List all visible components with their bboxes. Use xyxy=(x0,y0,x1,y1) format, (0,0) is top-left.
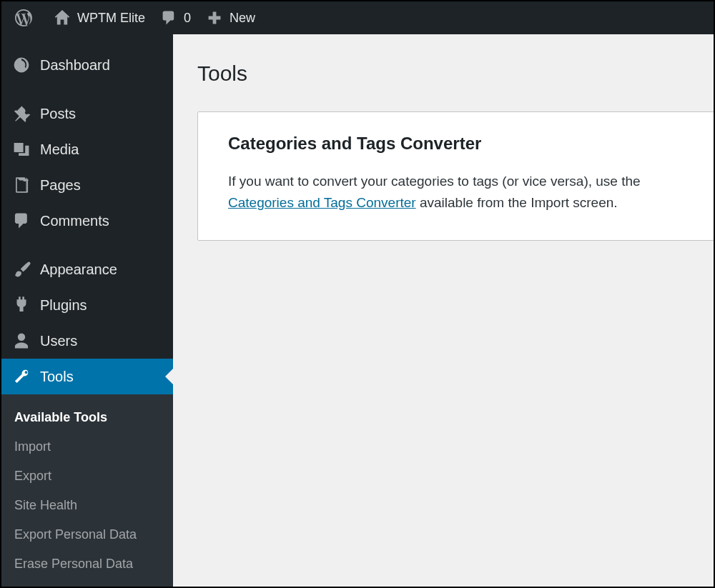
submenu-item-erase-personal-data[interactable]: Erase Personal Data xyxy=(1,549,173,579)
comments-icon xyxy=(159,9,178,27)
sidebar-item-tools[interactable]: Tools xyxy=(1,359,173,394)
sidebar-item-label: Dashboard xyxy=(40,57,110,74)
dashboard-icon xyxy=(11,55,31,75)
wordpress-logo-menu[interactable] xyxy=(7,1,46,34)
pin-icon xyxy=(11,104,31,124)
page-title: Tools xyxy=(197,61,714,86)
sidebar-item-label: Users xyxy=(40,333,77,349)
wordpress-logo-icon xyxy=(14,9,33,27)
submenu-item-import[interactable]: Import xyxy=(1,432,173,462)
sidebar-item-label: Pages xyxy=(40,177,81,194)
sidebar-item-pages[interactable]: Pages xyxy=(1,167,173,203)
submenu-item-export[interactable]: Export xyxy=(1,462,173,491)
new-content-label: New xyxy=(230,11,255,26)
card-text-after: available from the Import screen. xyxy=(416,195,618,210)
categories-tags-converter-link[interactable]: Categories and Tags Converter xyxy=(228,195,416,210)
new-content-menu[interactable]: New xyxy=(198,1,262,34)
sidebar-item-media[interactable]: Media xyxy=(1,131,173,167)
admin-sidebar: Dashboard Posts Media Pages Comments App… xyxy=(1,34,173,587)
card-description: If you want to convert your categories t… xyxy=(228,171,686,214)
pages-icon xyxy=(11,175,31,195)
sidebar-item-appearance[interactable]: Appearance xyxy=(1,251,173,287)
converter-card: Categories and Tags Converter If you wan… xyxy=(197,111,714,241)
sidebar-item-label: Comments xyxy=(40,213,109,229)
submenu-item-site-health[interactable]: Site Health xyxy=(1,491,173,520)
sidebar-item-posts[interactable]: Posts xyxy=(1,96,173,131)
media-icon xyxy=(11,139,31,159)
site-name-menu[interactable]: WPTM Elite xyxy=(46,1,152,34)
main-content: Tools Categories and Tags Converter If y… xyxy=(173,34,714,587)
sidebar-item-label: Tools xyxy=(40,369,74,385)
brush-icon xyxy=(11,259,31,279)
sidebar-item-label: Posts xyxy=(40,106,76,122)
home-icon xyxy=(53,9,72,27)
plus-icon xyxy=(205,9,224,27)
card-heading: Categories and Tags Converter xyxy=(228,134,686,154)
admin-toolbar: WPTM Elite 0 New xyxy=(1,1,714,34)
card-text-before: If you want to convert your categories t… xyxy=(228,174,641,189)
plug-icon xyxy=(11,295,31,315)
tools-submenu: Available Tools Import Export Site Healt… xyxy=(1,394,173,588)
wrench-icon xyxy=(11,367,31,387)
comments-count: 0 xyxy=(184,11,191,26)
comments-menu-icon xyxy=(11,211,31,231)
sidebar-item-label: Appearance xyxy=(40,261,117,278)
comments-menu[interactable]: 0 xyxy=(152,1,198,34)
user-icon xyxy=(11,331,31,351)
sidebar-item-comments[interactable]: Comments xyxy=(1,203,173,239)
submenu-item-export-personal-data[interactable]: Export Personal Data xyxy=(1,520,173,549)
sidebar-item-users[interactable]: Users xyxy=(1,323,173,359)
sidebar-item-label: Media xyxy=(40,141,79,158)
sidebar-item-plugins[interactable]: Plugins xyxy=(1,287,173,323)
submenu-item-available-tools[interactable]: Available Tools xyxy=(1,403,173,432)
sidebar-item-dashboard[interactable]: Dashboard xyxy=(1,47,173,83)
sidebar-item-label: Plugins xyxy=(40,297,87,314)
site-name-label: WPTM Elite xyxy=(77,11,145,26)
